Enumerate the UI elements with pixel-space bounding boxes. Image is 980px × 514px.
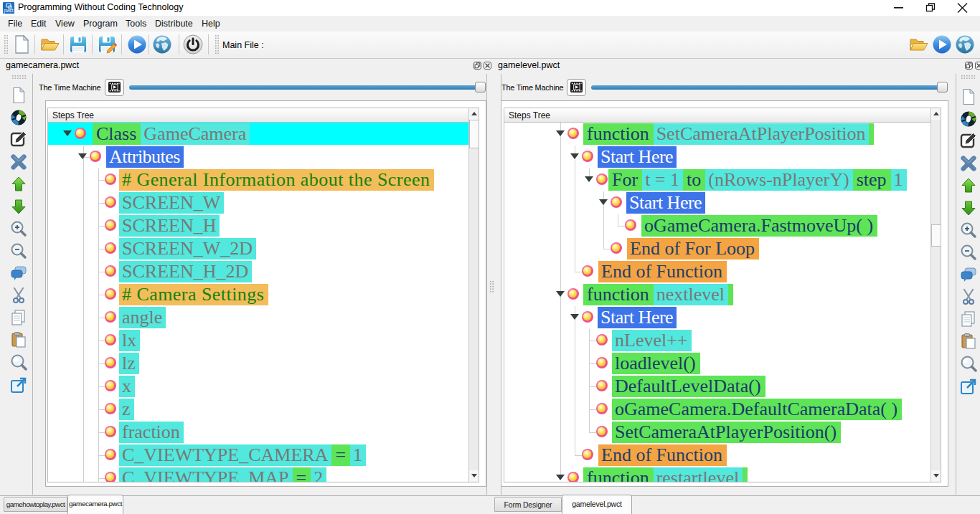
svg-text:pwct: pwct bbox=[4, 8, 14, 14]
